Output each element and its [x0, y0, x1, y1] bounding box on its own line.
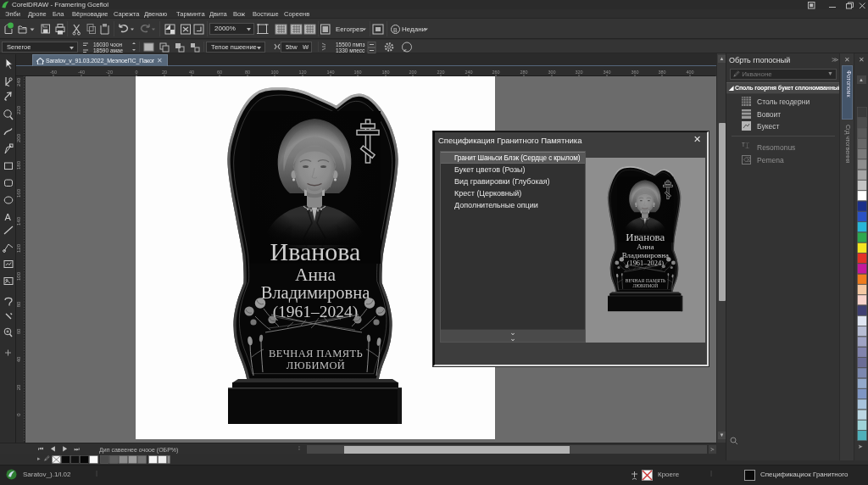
svg-text:В: В — [393, 27, 398, 33]
svg-text:300: 300 — [548, 70, 555, 75]
svg-text:A: A — [5, 212, 12, 222]
svg-text:120: 120 — [298, 70, 306, 75]
svg-text:18590 амае: 18590 амае — [93, 47, 124, 53]
svg-text:360: 360 — [631, 70, 638, 75]
svg-text:0: 0 — [16, 413, 21, 416]
svg-text:Недани: Недани — [402, 25, 426, 33]
svg-text:240: 240 — [465, 70, 472, 75]
svg-text:160: 160 — [16, 188, 21, 198]
svg-text:240: 240 — [16, 77, 21, 86]
svg-text:60: 60 — [217, 70, 222, 75]
svg-text:200: 200 — [16, 133, 21, 142]
svg-text:40: 40 — [189, 70, 194, 75]
svg-text:-40: -40 — [78, 70, 85, 75]
svg-text:220: 220 — [16, 105, 21, 114]
svg-text:220: 220 — [437, 70, 444, 75]
svg-text:-20: -20 — [106, 70, 113, 75]
svg-text:60: 60 — [16, 328, 21, 334]
svg-text:140: 140 — [16, 216, 21, 226]
svg-text:⌫: ⌫ — [743, 157, 751, 163]
svg-text:20: 20 — [16, 384, 21, 390]
svg-text:Eerorpes: Eerorpes — [336, 25, 363, 33]
svg-text:20: 20 — [162, 70, 167, 75]
svg-text:280: 280 — [520, 70, 527, 75]
svg-text:260: 260 — [492, 70, 499, 75]
svg-text:120: 120 — [16, 243, 21, 253]
svg-text:1330 мпесс: 1330 мпесс — [336, 47, 365, 53]
svg-text:180: 180 — [16, 160, 21, 170]
svg-text:80: 80 — [16, 301, 21, 307]
svg-text:100: 100 — [270, 70, 278, 75]
svg-text:180: 180 — [381, 70, 389, 75]
svg-text:-60: -60 — [50, 70, 57, 75]
svg-text:400: 400 — [686, 70, 693, 75]
svg-text:0: 0 — [135, 70, 137, 75]
svg-text:320: 320 — [575, 70, 582, 75]
svg-text:15500 пмпз: 15500 пмпз — [336, 42, 364, 47]
svg-text:40: 40 — [16, 356, 21, 362]
svg-text:140: 140 — [326, 70, 334, 75]
svg-text:80: 80 — [245, 70, 250, 75]
svg-text:160: 160 — [353, 70, 361, 75]
svg-text:340: 340 — [603, 70, 610, 75]
svg-text:200: 200 — [409, 70, 416, 75]
svg-text:100: 100 — [16, 271, 21, 281]
svg-text:380: 380 — [658, 70, 665, 75]
svg-text:16030 чоон: 16030 чоон — [93, 42, 122, 47]
